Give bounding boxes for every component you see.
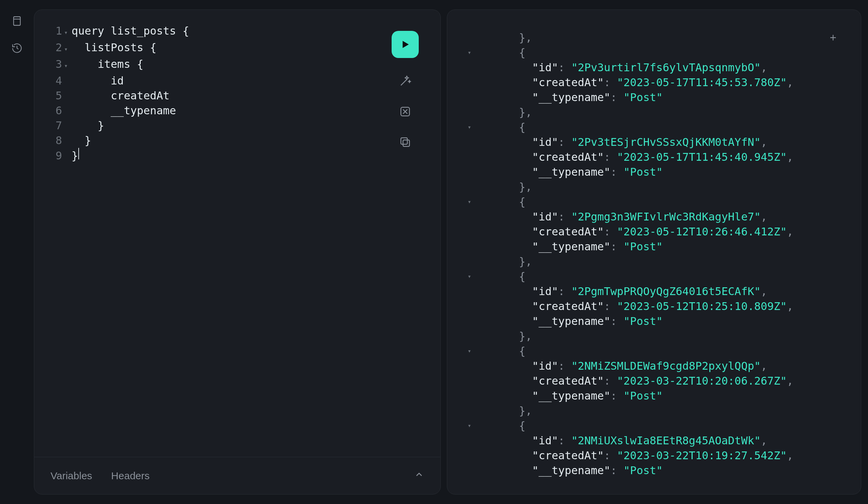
code-text: query list_posts { bbox=[72, 23, 189, 38]
result-json: },▾ { "id": "2Pv3urtirl7fs6ylvTApsqnmybO… bbox=[467, 30, 847, 478]
json-line: "__typename": "Post" bbox=[467, 314, 847, 329]
json-line: "createdAt": "2023-03-22T10:19:27.542Z", bbox=[467, 448, 847, 463]
merge-icon bbox=[399, 105, 412, 118]
editor-wrap: 1▾query list_posts {2▾ listPosts {3▾ ite… bbox=[34, 10, 441, 457]
line-number: 3 bbox=[48, 56, 64, 72]
json-text: "createdAt": "2023-03-22T10:19:27.542Z", bbox=[480, 448, 793, 463]
text-cursor bbox=[78, 148, 79, 160]
json-line: "createdAt": "2023-05-17T11:45:53.780Z", bbox=[467, 75, 847, 90]
json-text: "id": "2NMiZSMLDEWaf9cgd8P2pxylQQp", bbox=[480, 359, 767, 373]
code-text: __typename bbox=[72, 103, 176, 118]
fold-toggle[interactable]: ▾ bbox=[467, 418, 480, 433]
fold-toggle bbox=[467, 388, 480, 403]
split-view: 1▾query list_posts {2▾ listPosts {3▾ ite… bbox=[34, 0, 868, 504]
svg-rect-6 bbox=[403, 140, 410, 146]
json-line: "createdAt": "2023-03-22T10:20:06.267Z", bbox=[467, 373, 847, 388]
code-line: 4 id bbox=[48, 73, 427, 88]
json-line: "__typename": "Post" bbox=[467, 388, 847, 403]
code-text: id bbox=[72, 73, 124, 88]
json-line: "__typename": "Post" bbox=[467, 239, 847, 254]
fold-toggle bbox=[467, 433, 480, 448]
result-pane: },▾ { "id": "2Pv3urtirl7fs6ylvTApsqnmybO… bbox=[447, 10, 861, 494]
tab-variables[interactable]: Variables bbox=[51, 470, 92, 482]
code-line: 9} bbox=[48, 148, 427, 163]
svg-rect-0 bbox=[13, 17, 20, 25]
json-text: "createdAt": "2023-03-22T10:20:06.267Z", bbox=[480, 373, 793, 388]
fold-toggle bbox=[467, 299, 480, 314]
json-text: { bbox=[480, 45, 526, 60]
fold-toggle[interactable]: ▾ bbox=[467, 45, 480, 60]
json-text: "id": "2PgmTwpPRQOyQgZ64016t5ECAfK", bbox=[480, 284, 767, 299]
json-text: "id": "2NMiUXslwIa8EEtR8g45AOaDtWk", bbox=[480, 433, 767, 448]
json-line: "id": "2Pgmg3n3WFIvlrWc3RdKagyHle7", bbox=[467, 209, 847, 224]
app-root: 1▾query list_posts {2▾ listPosts {3▾ ite… bbox=[0, 0, 868, 504]
json-text: { bbox=[480, 194, 526, 209]
line-number: 6 bbox=[48, 103, 64, 118]
json-text: "id": "2Pgmg3n3WFIvlrWc3RdKagyHle7", bbox=[480, 209, 767, 224]
history-button[interactable] bbox=[10, 41, 24, 55]
fold-toggle[interactable]: ▾ bbox=[64, 42, 72, 56]
json-text: }, bbox=[480, 254, 532, 269]
code-line: 5 createdAt bbox=[48, 88, 427, 103]
json-line: }, bbox=[467, 105, 847, 120]
fold-toggle bbox=[467, 448, 480, 463]
docs-button[interactable] bbox=[10, 13, 24, 29]
code-text: listPosts { bbox=[72, 40, 156, 55]
json-text: }, bbox=[480, 403, 532, 418]
line-number: 4 bbox=[48, 73, 64, 88]
code-line: 7 } bbox=[48, 118, 427, 133]
fold-toggle bbox=[467, 30, 480, 45]
code-line: 6 __typename bbox=[48, 103, 427, 118]
fold-toggle[interactable]: ▾ bbox=[467, 194, 480, 209]
result-scroll[interactable]: },▾ { "id": "2Pv3urtirl7fs6ylvTApsqnmybO… bbox=[447, 10, 861, 494]
fold-toggle bbox=[467, 403, 480, 418]
tab-headers[interactable]: Headers bbox=[111, 470, 149, 482]
json-line: ▾ { bbox=[467, 120, 847, 135]
json-line: "createdAt": "2023-05-17T11:45:40.945Z", bbox=[467, 150, 847, 164]
chevron-up-icon bbox=[414, 470, 424, 480]
json-text: { bbox=[480, 418, 526, 433]
json-line: "id": "2Pv3tESjrCHvSSsxQjKKM0tAYfN", bbox=[467, 135, 847, 150]
fold-toggle bbox=[467, 463, 480, 478]
code-line: 8 } bbox=[48, 133, 427, 148]
json-line: ▾ { bbox=[467, 269, 847, 284]
fold-toggle bbox=[467, 314, 480, 329]
fold-toggle bbox=[467, 179, 480, 194]
fold-toggle[interactable]: ▾ bbox=[64, 25, 72, 40]
line-number: 5 bbox=[48, 88, 64, 103]
json-line: "__typename": "Post" bbox=[467, 164, 847, 179]
json-line: }, bbox=[467, 254, 847, 269]
code-text: } bbox=[72, 133, 91, 148]
json-text: "__typename": "Post" bbox=[480, 314, 662, 329]
code-line: 3▾ items { bbox=[48, 56, 427, 73]
json-text: "createdAt": "2023-05-17T11:45:53.780Z", bbox=[480, 75, 793, 90]
code-editor[interactable]: 1▾query list_posts {2▾ listPosts {3▾ ite… bbox=[48, 23, 427, 163]
copy-button[interactable] bbox=[398, 135, 413, 150]
code-text: } bbox=[72, 148, 78, 163]
fold-toggle[interactable]: ▾ bbox=[64, 58, 72, 73]
fold-toggle bbox=[467, 329, 480, 343]
json-line: ▾ { bbox=[467, 194, 847, 209]
code-line: 2▾ listPosts { bbox=[48, 40, 427, 56]
left-rail bbox=[0, 0, 34, 504]
fold-toggle bbox=[467, 150, 480, 164]
json-text: "id": "2Pv3tESjrCHvSSsxQjKKM0tAYfN", bbox=[480, 135, 767, 150]
run-button[interactable] bbox=[392, 31, 419, 58]
editor-actions bbox=[392, 31, 419, 150]
fold-toggle[interactable]: ▾ bbox=[467, 120, 480, 135]
json-text: "__typename": "Post" bbox=[480, 90, 662, 105]
json-text: { bbox=[480, 269, 526, 284]
json-line: "__typename": "Post" bbox=[467, 90, 847, 105]
line-number: 1 bbox=[48, 23, 64, 38]
fold-toggle[interactable]: ▾ bbox=[467, 269, 480, 284]
json-line: ▾ { bbox=[467, 343, 847, 359]
prettify-button[interactable] bbox=[398, 74, 413, 89]
json-line: "id": "2NMiUXslwIa8EEtR8g45AOaDtWk", bbox=[467, 433, 847, 448]
fold-toggle[interactable]: ▾ bbox=[467, 343, 480, 359]
json-text: "__typename": "Post" bbox=[480, 164, 662, 179]
line-number: 7 bbox=[48, 118, 64, 133]
json-text: "__typename": "Post" bbox=[480, 239, 662, 254]
merge-button[interactable] bbox=[398, 104, 413, 119]
fold-toggle bbox=[467, 90, 480, 105]
expand-toggle[interactable] bbox=[414, 470, 424, 482]
